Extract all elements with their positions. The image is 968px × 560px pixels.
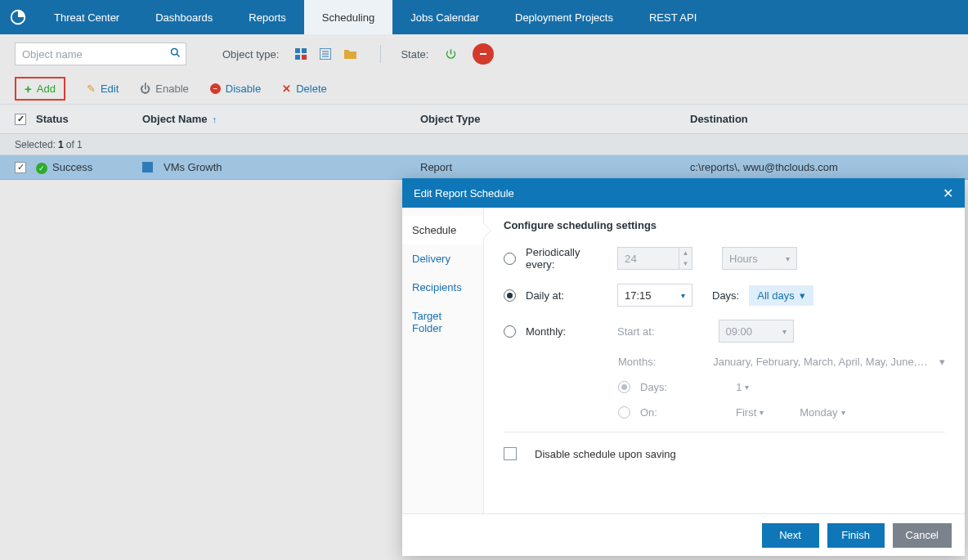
power-icon: ⏻: [140, 83, 150, 95]
days-label: Days:: [712, 289, 739, 302]
modal-footer: Next Finish Cancel: [402, 513, 965, 556]
col-object-name[interactable]: Object Name↑: [142, 113, 420, 125]
pie-chart-icon: [9, 8, 27, 26]
svg-rect-5: [302, 55, 307, 60]
cancel-button[interactable]: Cancel: [893, 523, 952, 548]
finish-button[interactable]: Finish: [827, 523, 885, 548]
pencil-icon: ✎: [87, 83, 96, 95]
svg-rect-3: [302, 48, 307, 53]
action-bar: +Add ✎Edit ⏻Enable −Disable ✕Delete: [0, 74, 968, 105]
nav-rest-api[interactable]: REST API: [631, 0, 715, 34]
chevron-down-icon: ▾: [782, 327, 786, 336]
plus-icon: +: [25, 82, 32, 96]
days-picker[interactable]: All days▾: [749, 285, 813, 306]
table-header: Status Object Name↑ Object Type Destinat…: [0, 105, 968, 134]
radio-daily[interactable]: [504, 289, 516, 302]
chevron-down-icon: ▾: [939, 356, 945, 368]
section-title: Configure scheduling settings: [504, 219, 945, 231]
nav-reports[interactable]: Reports: [231, 0, 304, 34]
row-status: Success: [52, 161, 92, 173]
daily-label: Daily at:: [526, 289, 607, 302]
col-destination[interactable]: Destination: [690, 113, 953, 125]
monthly-on-dow: Monday▾: [800, 406, 845, 419]
col-object-type[interactable]: Object Type: [420, 113, 690, 125]
next-button[interactable]: Next: [762, 523, 819, 548]
chevron-down-icon: ▾: [760, 408, 764, 417]
disable-schedule-checkbox[interactable]: [504, 447, 517, 460]
months-value: January, February, March, April, May, Ju…: [713, 356, 930, 368]
tab-recipients[interactable]: Recipients: [402, 273, 483, 302]
tab-schedule[interactable]: Schedule: [402, 216, 483, 244]
table-row[interactable]: ✓Success VMs Growth Report c:\reports\, …: [0, 155, 968, 180]
row-checkbox[interactable]: [15, 162, 26, 173]
modal-title: Edit Report Schedule: [414, 187, 514, 199]
state-enabled-button[interactable]: [440, 43, 461, 65]
row-destination: c:\reports\, wwu@thclouds.com: [690, 161, 953, 173]
enable-button[interactable]: ⏻Enable: [140, 83, 188, 95]
months-label: Months:: [618, 356, 656, 368]
tab-target-folder[interactable]: Target Folder: [402, 302, 483, 343]
svg-line-1: [177, 54, 179, 56]
top-nav: Threat Center Dashboards Reports Schedul…: [0, 0, 968, 34]
success-icon: ✓: [36, 163, 47, 174]
nav-scheduling[interactable]: Scheduling: [304, 0, 392, 34]
disable-schedule-label: Disable schedule upon saving: [535, 448, 676, 460]
selection-summary: Selected:1of 1: [0, 134, 968, 155]
radio-monthly-on: [618, 406, 630, 419]
x-icon: ✕: [282, 83, 291, 95]
monthly-on-ordinal: First▾: [736, 406, 764, 419]
modal-content: Configure scheduling settings Periodical…: [484, 208, 965, 513]
monthly-days-value: 1▾: [736, 381, 749, 393]
radio-periodically[interactable]: [504, 253, 516, 265]
tab-delivery[interactable]: Delivery: [402, 244, 483, 273]
monthly-on-label: On:: [640, 406, 657, 419]
svg-rect-2: [295, 48, 300, 53]
chevron-down-icon: ▼: [679, 258, 692, 269]
chevron-up-icon: ▲: [679, 248, 692, 258]
radio-monthly[interactable]: [504, 325, 516, 338]
radio-monthly-days: [618, 381, 630, 393]
state-label: State:: [401, 48, 428, 60]
edit-button[interactable]: ✎Edit: [87, 83, 119, 95]
select-all-checkbox[interactable]: [15, 114, 26, 125]
nav-dashboards[interactable]: Dashboards: [137, 0, 231, 34]
spinner-buttons: ▲▼: [679, 247, 692, 270]
close-icon[interactable]: ✕: [943, 186, 953, 201]
periodically-value: [617, 247, 679, 270]
report-icon: [142, 162, 153, 172]
disable-button[interactable]: −Disable: [210, 83, 261, 95]
minus-circle-icon: −: [210, 83, 221, 94]
col-status[interactable]: Status: [36, 113, 142, 125]
svg-point-0: [172, 49, 178, 56]
chevron-down-icon: ▾: [681, 291, 685, 300]
monthly-days-label: Days:: [640, 381, 667, 393]
type-dashboard-button[interactable]: [290, 43, 311, 65]
modal-sidebar: Schedule Delivery Recipients Target Fold…: [402, 208, 484, 513]
monthly-start-select: 09:00▾: [719, 320, 794, 343]
periodically-label: Periodically every:: [526, 246, 607, 271]
nav-threat-center[interactable]: Threat Center: [36, 0, 137, 34]
sort-asc-icon: ↑: [212, 114, 217, 124]
search-icon[interactable]: [169, 47, 182, 61]
type-report-button[interactable]: [315, 43, 336, 65]
svg-rect-4: [295, 55, 300, 60]
delete-button[interactable]: ✕Delete: [282, 83, 327, 95]
add-button[interactable]: +Add: [15, 77, 65, 101]
app-logo[interactable]: [0, 0, 36, 34]
modal-header: Edit Report Schedule ✕: [402, 178, 965, 208]
edit-schedule-modal: Edit Report Schedule ✕ Schedule Delivery…: [402, 178, 965, 556]
row-name: VMs Growth: [164, 161, 222, 173]
start-at-label: Start at:: [617, 325, 655, 338]
chevron-down-icon: ▾: [841, 408, 845, 417]
daily-time-select[interactable]: 17:15▾: [617, 284, 692, 307]
monthly-label: Monthly:: [526, 325, 607, 338]
chevron-down-icon: ▾: [745, 383, 749, 392]
nav-deployment-projects[interactable]: Deployment Projects: [497, 0, 631, 34]
nav-jobs-calendar[interactable]: Jobs Calendar: [392, 0, 497, 34]
state-disabled-button[interactable]: [473, 43, 494, 65]
type-folder-button[interactable]: [339, 43, 361, 65]
filter-bar: Object type: State:: [0, 34, 968, 74]
chevron-down-icon: ▾: [786, 254, 790, 263]
periodically-unit-select: Hours▾: [722, 247, 797, 270]
search-input[interactable]: [15, 43, 186, 65]
